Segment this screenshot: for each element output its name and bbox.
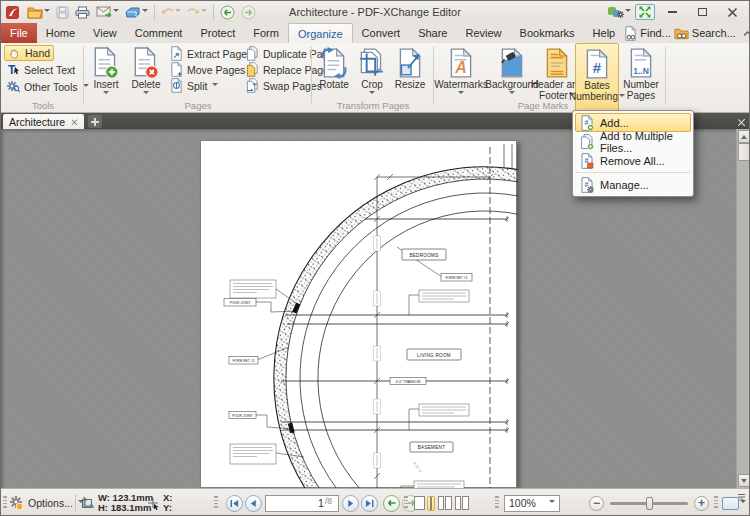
document-tab-architecture[interactable]: Architecture [3,114,84,129]
next-page-button[interactable] [342,495,359,512]
pdf-page[interactable]: POUR JOINT FORM SET #2 POUR JOINT FORM S… [200,140,517,488]
minimize-button[interactable] [659,4,685,20]
select-text-button[interactable]: T Select Text [4,62,78,77]
delete-pages-button[interactable]: Delete [127,45,165,97]
scrollbar-thumb[interactable] [738,143,750,161]
print-button[interactable] [73,3,92,21]
tab-organize[interactable]: Organize [288,23,353,43]
app-logo-icon [4,3,23,21]
living-room-label: LIVING ROOM [417,353,451,358]
tab-help[interactable]: Help [584,23,625,43]
menu-separator [576,172,690,173]
group-label-transform: Transform Pages [313,100,433,111]
menu-item-add-to-multiple-files[interactable]: Add to Multiple Files... [575,132,691,151]
previous-page-button[interactable] [245,495,262,512]
tab-protect[interactable]: Protect [191,23,244,43]
move-pages-button[interactable]: Move Pages [167,62,248,77]
split-icon [170,78,183,93]
menu-item-manage[interactable]: # Manage... [575,175,691,194]
close-button[interactable] [719,4,745,20]
scroll-up-button[interactable] [738,130,750,143]
watermarks-button[interactable]: A Watermarks [437,45,485,97]
vertical-scrollbar[interactable] [736,129,750,488]
undo-button[interactable] [159,3,183,21]
single-page-layout-button[interactable] [414,496,425,510]
add-multiple-icon [580,134,594,150]
watermarks-icon: A [447,45,475,79]
scan-button[interactable] [123,3,150,21]
tab-view[interactable]: View [84,23,126,43]
two-page-continuous-layout-button[interactable] [455,496,469,510]
tab-bookmarks[interactable]: Bookmarks [511,23,584,43]
redo-button[interactable] [185,3,209,21]
search-button[interactable]: Search... [674,27,736,40]
hand-tool-button[interactable]: Hand [4,45,54,61]
zoom-slider[interactable] [610,502,688,505]
group-label-pages: Pages [85,100,311,111]
crop-pages-button[interactable]: Crop [354,45,390,97]
zoom-slider-thumb[interactable] [646,497,653,510]
zoom-level-select[interactable]: 100% [504,489,560,516]
tab-review[interactable]: Review [456,23,510,43]
email-button[interactable] [94,3,121,21]
next-view-button[interactable] [239,3,258,21]
background-button[interactable]: Background [487,45,537,97]
tab-home[interactable]: Home [37,23,84,43]
first-page-button[interactable] [226,495,243,512]
new-tab-button[interactable] [88,115,102,128]
tab-form[interactable]: Form [244,23,288,43]
swap-pages-icon [246,78,259,93]
previous-view-button[interactable] [218,3,237,21]
fullscreen-button[interactable] [635,4,655,20]
replace-pages-icon [246,62,259,77]
ribbon-organize: Hand T Select Text Other Tools Tools Ins… [1,43,749,113]
radius-dim-label: R 21'-0" [412,461,423,474]
options-button[interactable]: Options... [9,489,84,516]
select-text-icon: T [7,63,20,76]
quick-access-toolbar [1,3,258,21]
single-page-continuous-layout-button[interactable] [427,496,435,511]
search-icon [674,27,689,40]
resize-pages-button[interactable]: Resize [392,45,428,90]
group-transform-pages: Rotate Crop Resize Transform Pages [313,43,433,112]
close-pane-button[interactable] [738,115,745,127]
save-button[interactable] [54,3,71,21]
tab-comment[interactable]: Comment [126,23,192,43]
basement-label: BASEMENT [418,445,446,450]
svg-text:#: # [585,119,589,126]
open-file-button[interactable] [25,3,52,21]
collapse-ribbon-icon[interactable] [743,30,750,37]
other-tools-button[interactable]: Other Tools [4,79,92,94]
two-page-layout-button[interactable] [438,496,452,510]
rotate-pages-button[interactable]: Rotate [316,45,352,90]
close-tab-icon[interactable] [72,119,78,125]
page-number-input[interactable]: 1/8 [265,495,339,512]
last-page-button[interactable] [361,495,378,512]
tab-file[interactable]: File [1,23,37,43]
bates-numbering-menu: # Add... Add to Multiple Files... # Remo… [572,110,694,197]
maximize-button[interactable] [689,4,715,20]
menu-item-remove-all[interactable]: # Remove All... [575,151,691,170]
find-button[interactable]: Find... [624,26,671,41]
extract-pages-icon [170,46,183,61]
architecture-drawing: POUR JOINT FORM SET #2 POUR JOINT FORM S… [201,141,518,488]
duplicate-pages-icon [246,46,259,61]
collapse-statusbar-icon[interactable] [737,483,746,511]
previous-view-nav-button[interactable] [383,495,400,512]
page-size-indicator: W: 123.1mmH: 183.1mm [81,489,153,516]
zoom-out-button[interactable]: − [589,496,604,511]
tab-share[interactable]: Share [409,23,456,43]
svg-text:#: # [593,59,602,76]
options-gear-icon [9,496,24,511]
svg-text:#: # [585,181,589,188]
number-pages-button[interactable]: 1..N NumberPages [621,45,661,101]
group-tools: Hand T Select Text Other Tools Tools [3,43,83,112]
form-set-2-label: FORM SET #2 [232,359,254,363]
tab-convert[interactable]: Convert [353,23,410,43]
split-button[interactable]: Split [167,78,221,93]
group-label-tools: Tools [3,100,83,111]
insert-pages-button[interactable]: Insert [87,45,125,97]
customize-toolbars-icon[interactable] [607,5,631,19]
group-pages: Insert Delete Extract Pages Move Pages S… [85,43,311,112]
zoom-in-button[interactable]: + [694,496,709,511]
